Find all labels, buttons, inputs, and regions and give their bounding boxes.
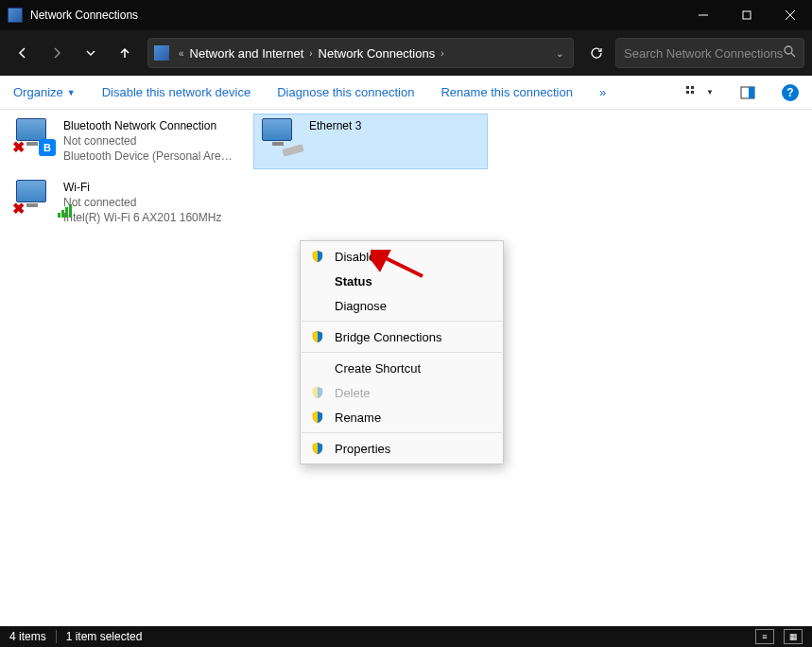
context-menu: Disable Status Diagnose Bridge Connectio…	[300, 240, 504, 464]
view-options-button[interactable]: ▼	[685, 85, 714, 100]
more-commands-button[interactable]: »	[599, 85, 606, 99]
connection-item-ethernet[interactable]: Ethernet 3	[253, 114, 488, 169]
connection-item-wifi[interactable]: ✖ Wi-Fi Not connected Intel(R) Wi-Fi 6 A…	[8, 175, 242, 231]
separator	[56, 630, 57, 643]
location-icon	[154, 45, 169, 61]
bluetooth-adapter-icon: ✖ B	[12, 118, 58, 156]
breadcrumb-item[interactable]: Network Connections	[319, 46, 436, 61]
shield-icon	[310, 410, 325, 425]
organize-menu[interactable]: Organize▼	[13, 85, 76, 99]
search-input[interactable]: Search Network Connections	[615, 38, 804, 68]
titlebar: Network Connections	[0, 0, 812, 30]
separator	[302, 321, 502, 322]
svg-rect-8	[686, 91, 689, 94]
shield-icon	[310, 441, 325, 456]
breadcrumb[interactable]: « Network and Internet › Network Connect…	[147, 38, 574, 68]
statusbar: 4 items 1 item selected ≡ ▦	[0, 626, 812, 647]
details-view-button[interactable]: ≡	[755, 629, 774, 644]
context-diagnose[interactable]: Diagnose	[301, 293, 503, 318]
chevron-right-icon: ›	[309, 48, 312, 59]
forward-button[interactable]	[42, 38, 72, 68]
help-button[interactable]: ?	[782, 84, 799, 101]
separator	[302, 432, 502, 433]
recent-dropdown-button[interactable]	[76, 38, 106, 68]
context-delete: Delete	[301, 380, 503, 405]
back-button[interactable]	[8, 38, 38, 68]
toolbar: Organize▼ Disable this network device Di…	[0, 76, 812, 110]
connection-device: Bluetooth Device (Personal Area ...	[63, 149, 237, 164]
window-title: Network Connections	[30, 9, 682, 22]
large-icons-view-button[interactable]: ▦	[784, 629, 803, 644]
connection-item-bluetooth[interactable]: ✖ B Bluetooth Network Connection Not con…	[8, 114, 242, 169]
minimize-button[interactable]	[682, 0, 725, 30]
svg-line-5	[791, 53, 795, 57]
svg-rect-1	[743, 11, 751, 19]
svg-point-4	[785, 46, 792, 54]
connection-name: Bluetooth Network Connection	[63, 118, 237, 133]
context-bridge[interactable]: Bridge Connections	[301, 324, 503, 349]
context-properties[interactable]: Properties	[301, 436, 503, 461]
bluetooth-icon: B	[39, 139, 56, 156]
context-create-shortcut[interactable]: Create Shortcut	[301, 356, 503, 380]
separator	[302, 352, 502, 353]
cable-icon	[282, 144, 303, 156]
selection-count: 1 item selected	[66, 630, 143, 643]
up-button[interactable]	[110, 38, 140, 68]
maximize-button[interactable]	[725, 0, 769, 30]
disconnected-x-icon: ✖	[12, 138, 25, 156]
close-button[interactable]	[769, 0, 812, 30]
chevron-right-icon: ›	[441, 48, 443, 59]
connection-name: Ethernet 3	[309, 118, 361, 133]
content-area: ✖ B Bluetooth Network Connection Not con…	[0, 110, 812, 626]
shield-icon	[310, 329, 325, 344]
shield-icon	[310, 385, 325, 400]
breadcrumb-dropdown[interactable]: ⌄	[552, 48, 567, 59]
breadcrumb-item[interactable]: Network and Internet	[190, 46, 304, 61]
svg-rect-9	[691, 91, 694, 94]
preview-pane-button[interactable]	[740, 85, 755, 100]
svg-rect-11	[749, 87, 754, 98]
disable-device-button[interactable]: Disable this network device	[102, 85, 251, 99]
refresh-button[interactable]	[581, 38, 612, 68]
rename-button[interactable]: Rename this connection	[441, 85, 572, 99]
wifi-adapter-icon: ✖	[12, 180, 58, 218]
breadcrumb-prefix: «	[179, 48, 184, 59]
window-controls	[682, 0, 812, 30]
shield-icon	[310, 249, 325, 264]
search-placeholder: Search Network Connections	[624, 46, 783, 61]
connection-status: Not connected	[63, 133, 237, 149]
diagnose-button[interactable]: Diagnose this connection	[277, 85, 414, 99]
svg-rect-6	[686, 86, 689, 89]
app-icon	[8, 8, 23, 23]
connection-name: Wi-Fi	[63, 180, 221, 195]
svg-rect-7	[691, 86, 694, 89]
item-count: 4 items	[9, 630, 46, 643]
connection-device: Intel(R) Wi-Fi 6 AX201 160MHz	[63, 210, 221, 225]
context-status[interactable]: Status	[301, 269, 503, 293]
navbar: « Network and Internet › Network Connect…	[0, 30, 812, 76]
disconnected-x-icon: ✖	[12, 200, 25, 218]
ethernet-adapter-icon	[258, 118, 303, 156]
context-rename[interactable]: Rename	[301, 405, 503, 429]
context-disable[interactable]: Disable	[301, 244, 503, 269]
connection-status: Not connected	[63, 195, 221, 210]
search-icon	[784, 45, 796, 61]
